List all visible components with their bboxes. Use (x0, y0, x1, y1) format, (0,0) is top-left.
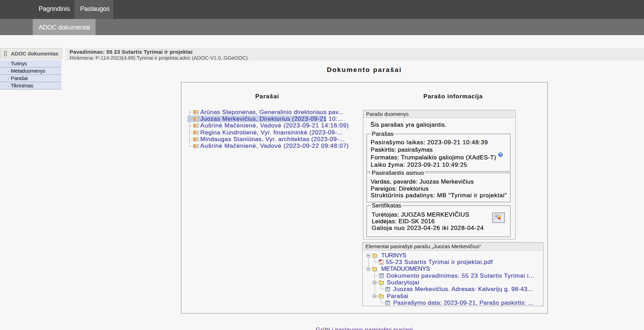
svg-text:?: ? (499, 152, 501, 157)
